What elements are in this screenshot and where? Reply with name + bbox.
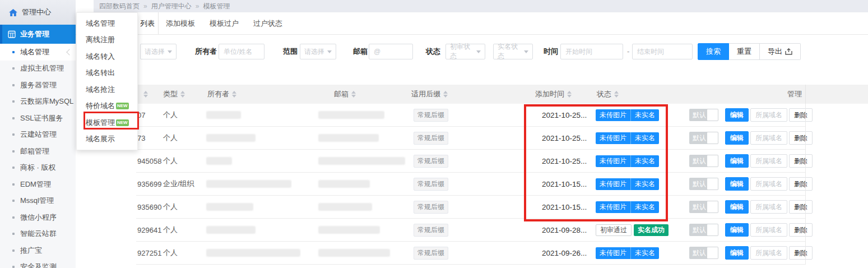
sidebar-item[interactable]: 云数据库MySQL — [0, 94, 76, 110]
column-header[interactable]: 邮箱 — [318, 85, 410, 104]
realname-status-badge: 未实名 — [630, 247, 659, 259]
tab-item[interactable]: 过户状态 — [253, 12, 282, 34]
sidebar-header[interactable]: 管理中心 — [0, 0, 76, 25]
realname-status-select[interactable]: 实名状态 — [493, 44, 533, 59]
edit-button[interactable]: 编辑 — [725, 246, 749, 260]
domains-button[interactable]: 所属域名 — [750, 223, 787, 237]
tab-item[interactable]: 模板过户 — [210, 12, 239, 34]
sidebar-item-label: EDM管理 — [20, 179, 51, 190]
cell-email-redacted — [318, 111, 384, 119]
menu-item[interactable]: 域名管理 — [77, 15, 137, 32]
bullet-icon — [12, 200, 15, 202]
export-icon — [785, 48, 792, 55]
default-toggle[interactable]: 默认 — [689, 109, 718, 121]
sidebar-item[interactable]: 虚拟主机管理 — [0, 61, 76, 77]
toggle-knob — [707, 132, 718, 144]
edit-button[interactable]: 编辑 — [725, 223, 749, 237]
suffix-badge: 常规后缀 — [414, 132, 448, 145]
menu-item[interactable]: 域名转出 — [77, 65, 137, 82]
edit-button[interactable]: 编辑 — [725, 200, 749, 214]
sidebar-item[interactable]: 商标 · 版权 — [0, 160, 76, 177]
domains-button[interactable]: 所属域名 — [750, 108, 787, 122]
breadcrumb-item-home[interactable]: 四部数码首页 — [99, 2, 140, 11]
sidebar-item[interactable]: SSL证书服务 — [0, 110, 76, 127]
default-toggle[interactable]: 默认 — [689, 247, 718, 259]
delete-button[interactable]: 删除 — [789, 246, 813, 260]
table-cell: 945058 — [136, 157, 162, 165]
column-header[interactable] — [136, 85, 162, 104]
sidebar-item[interactable]: 域名管理 — [0, 44, 76, 61]
column-header[interactable]: 状态 — [596, 85, 689, 104]
domains-button[interactable]: 所属域名 — [750, 177, 787, 191]
domains-button[interactable]: 所属域名 — [750, 246, 787, 260]
domains-button[interactable]: 所属域名 — [750, 131, 787, 145]
default-toggle-label: 默认 — [693, 133, 706, 143]
bullet-icon — [12, 100, 15, 103]
delete-button[interactable]: 删除 — [789, 131, 813, 145]
edit-button[interactable]: 编辑 — [725, 177, 749, 191]
sidebar-item[interactable]: 安全及监测 — [0, 259, 76, 268]
sidebar-item[interactable]: 服务器管理 — [0, 77, 76, 94]
tab-item[interactable]: 添加模板 — [166, 12, 195, 34]
export-button[interactable]: 导出 — [760, 43, 801, 60]
sidebar-item[interactable]: 微信小程序 — [0, 209, 76, 226]
delete-button[interactable]: 删除 — [789, 200, 813, 214]
sidebar-item[interactable]: 邮箱管理 — [0, 143, 76, 160]
owner-input[interactable] — [219, 44, 264, 59]
sidebar-section-business[interactable]: 业务管理 — [0, 25, 76, 44]
cell-type: 个人 — [163, 156, 178, 166]
category-select[interactable]: 请选择 — [140, 44, 177, 59]
delete-button[interactable]: 删除 — [789, 177, 813, 191]
delete-button[interactable]: 删除 — [789, 108, 813, 122]
suffix-badge: 常规后缀 — [414, 178, 448, 191]
column-header[interactable]: 所有者 — [206, 85, 318, 104]
default-toggle[interactable]: 默认 — [689, 201, 718, 213]
table-cell: 2021-09-28... — [534, 226, 596, 234]
table-cell — [206, 111, 318, 119]
bullet-icon — [12, 216, 15, 219]
default-toggle-label: 默认 — [693, 110, 706, 120]
domains-button[interactable]: 所属域名 — [750, 154, 787, 168]
reset-button[interactable]: 重置 — [729, 43, 760, 60]
delete-button[interactable]: 删除 — [789, 154, 813, 168]
default-toggle[interactable]: 默认 — [689, 132, 718, 144]
review-status-select[interactable]: 初审状态 — [445, 44, 485, 59]
sidebar-item[interactable]: 智能云站群 — [0, 226, 76, 243]
sidebar-item[interactable]: 推广宝 — [0, 242, 76, 259]
edit-button[interactable]: 编辑 — [725, 131, 749, 145]
range-select[interactable]: 请选择 — [300, 44, 336, 59]
search-button[interactable]: 搜索 — [698, 43, 729, 60]
edit-button[interactable]: 编辑 — [725, 108, 749, 122]
sidebar-item[interactable]: Mssql管理 — [0, 193, 76, 210]
suffix-badge: 常规后缀 — [414, 155, 448, 168]
column-header[interactable]: 类型 — [162, 85, 206, 104]
table-cell: 常规后缀 — [410, 155, 534, 168]
column-header[interactable]: 适用后缀 — [410, 85, 534, 104]
sidebar-item-label: 微信小程序 — [20, 212, 57, 223]
email-input[interactable] — [369, 44, 413, 59]
column-header[interactable]: 添加时间 — [534, 85, 596, 104]
breadcrumb-item-user-center[interactable]: 用户管理中心 — [151, 2, 192, 11]
sort-icon — [567, 91, 572, 98]
toggle-knob — [707, 247, 718, 258]
column-header: 管理 — [689, 85, 805, 104]
table-cell: 常规后缀 — [410, 201, 534, 214]
default-toggle[interactable]: 默认 — [689, 224, 718, 236]
default-toggle[interactable]: 默认 — [689, 155, 718, 167]
tab-item[interactable]: 列表 — [136, 12, 159, 34]
menu-item[interactable]: 域名展示 — [77, 131, 137, 148]
default-toggle[interactable]: 默认 — [689, 178, 718, 190]
menu-item[interactable]: 域名抢注 — [77, 81, 137, 98]
bullet-icon — [12, 266, 15, 268]
sidebar-item[interactable]: EDM管理 — [0, 176, 76, 193]
edit-button[interactable]: 编辑 — [725, 154, 749, 168]
menu-item[interactable]: 离线注册 — [77, 32, 137, 49]
start-time-input[interactable] — [560, 44, 623, 59]
sidebar-item[interactable]: 云建站管理 — [0, 127, 76, 144]
end-time-input[interactable] — [632, 44, 693, 59]
domains-button[interactable]: 所属域名 — [750, 200, 787, 214]
menu-item-label: 域名转入 — [86, 52, 115, 62]
delete-button[interactable]: 删除 — [789, 223, 813, 237]
menu-item[interactable]: 域名转入 — [77, 48, 137, 65]
caret-up-icon — [180, 91, 185, 94]
